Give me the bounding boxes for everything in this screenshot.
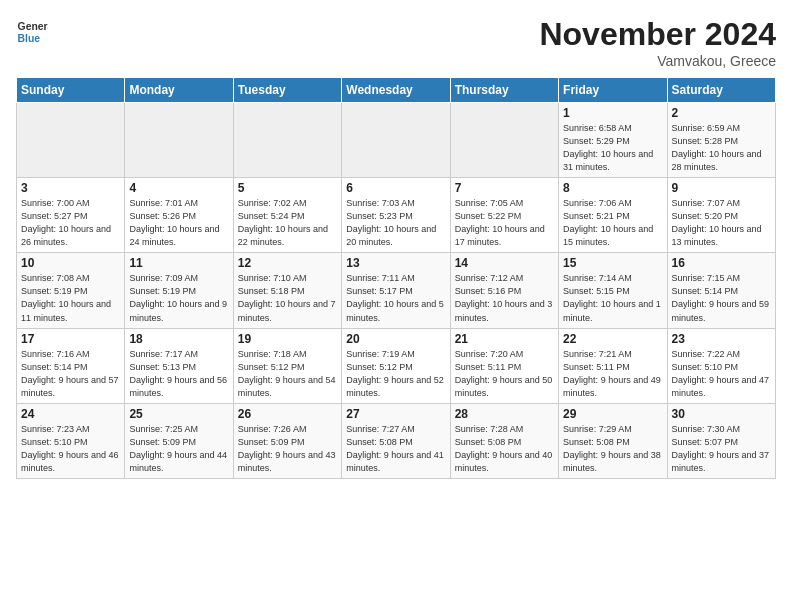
day-number: 23 [672,332,771,346]
day-info: Sunrise: 7:17 AM Sunset: 5:13 PM Dayligh… [129,348,228,400]
calendar-cell: 16Sunrise: 7:15 AM Sunset: 5:14 PM Dayli… [667,253,775,328]
calendar-cell: 29Sunrise: 7:29 AM Sunset: 5:08 PM Dayli… [559,403,667,478]
day-info: Sunrise: 7:25 AM Sunset: 5:09 PM Dayligh… [129,423,228,475]
calendar-cell: 2Sunrise: 6:59 AM Sunset: 5:28 PM Daylig… [667,103,775,178]
day-info: Sunrise: 7:02 AM Sunset: 5:24 PM Dayligh… [238,197,337,249]
day-number: 4 [129,181,228,195]
calendar-cell: 17Sunrise: 7:16 AM Sunset: 5:14 PM Dayli… [17,328,125,403]
calendar-cell: 21Sunrise: 7:20 AM Sunset: 5:11 PM Dayli… [450,328,558,403]
calendar-cell: 6Sunrise: 7:03 AM Sunset: 5:23 PM Daylig… [342,178,450,253]
week-row-2: 3Sunrise: 7:00 AM Sunset: 5:27 PM Daylig… [17,178,776,253]
day-number: 10 [21,256,120,270]
svg-text:Blue: Blue [18,33,41,44]
day-number: 15 [563,256,662,270]
weekday-wednesday: Wednesday [342,78,450,103]
calendar-cell: 7Sunrise: 7:05 AM Sunset: 5:22 PM Daylig… [450,178,558,253]
day-number: 30 [672,407,771,421]
calendar-cell: 26Sunrise: 7:26 AM Sunset: 5:09 PM Dayli… [233,403,341,478]
week-row-5: 24Sunrise: 7:23 AM Sunset: 5:10 PM Dayli… [17,403,776,478]
day-info: Sunrise: 7:27 AM Sunset: 5:08 PM Dayligh… [346,423,445,475]
calendar-cell: 23Sunrise: 7:22 AM Sunset: 5:10 PM Dayli… [667,328,775,403]
day-info: Sunrise: 7:01 AM Sunset: 5:26 PM Dayligh… [129,197,228,249]
day-number: 28 [455,407,554,421]
calendar-cell [233,103,341,178]
day-number: 29 [563,407,662,421]
day-number: 20 [346,332,445,346]
day-info: Sunrise: 6:58 AM Sunset: 5:29 PM Dayligh… [563,122,662,174]
weekday-monday: Monday [125,78,233,103]
title-block: November 2024 Vamvakou, Greece [539,16,776,69]
calendar-cell: 14Sunrise: 7:12 AM Sunset: 5:16 PM Dayli… [450,253,558,328]
day-number: 19 [238,332,337,346]
day-number: 14 [455,256,554,270]
day-info: Sunrise: 7:05 AM Sunset: 5:22 PM Dayligh… [455,197,554,249]
week-row-1: 1Sunrise: 6:58 AM Sunset: 5:29 PM Daylig… [17,103,776,178]
day-info: Sunrise: 7:19 AM Sunset: 5:12 PM Dayligh… [346,348,445,400]
weekday-tuesday: Tuesday [233,78,341,103]
calendar-cell: 13Sunrise: 7:11 AM Sunset: 5:17 PM Dayli… [342,253,450,328]
day-info: Sunrise: 7:06 AM Sunset: 5:21 PM Dayligh… [563,197,662,249]
weekday-sunday: Sunday [17,78,125,103]
day-info: Sunrise: 7:20 AM Sunset: 5:11 PM Dayligh… [455,348,554,400]
day-number: 1 [563,106,662,120]
calendar-cell: 28Sunrise: 7:28 AM Sunset: 5:08 PM Dayli… [450,403,558,478]
day-number: 11 [129,256,228,270]
calendar-cell: 11Sunrise: 7:09 AM Sunset: 5:19 PM Dayli… [125,253,233,328]
logo: General Blue [16,16,52,48]
calendar-cell: 19Sunrise: 7:18 AM Sunset: 5:12 PM Dayli… [233,328,341,403]
day-number: 13 [346,256,445,270]
weekday-friday: Friday [559,78,667,103]
day-number: 21 [455,332,554,346]
calendar-body: 1Sunrise: 6:58 AM Sunset: 5:29 PM Daylig… [17,103,776,479]
calendar-cell [125,103,233,178]
day-number: 5 [238,181,337,195]
day-info: Sunrise: 7:07 AM Sunset: 5:20 PM Dayligh… [672,197,771,249]
day-info: Sunrise: 7:03 AM Sunset: 5:23 PM Dayligh… [346,197,445,249]
calendar-cell [450,103,558,178]
week-row-3: 10Sunrise: 7:08 AM Sunset: 5:19 PM Dayli… [17,253,776,328]
svg-text:General: General [18,21,48,32]
calendar-cell: 3Sunrise: 7:00 AM Sunset: 5:27 PM Daylig… [17,178,125,253]
day-number: 9 [672,181,771,195]
calendar-cell: 24Sunrise: 7:23 AM Sunset: 5:10 PM Dayli… [17,403,125,478]
day-number: 6 [346,181,445,195]
day-info: Sunrise: 7:21 AM Sunset: 5:11 PM Dayligh… [563,348,662,400]
month-title: November 2024 [539,16,776,53]
day-number: 24 [21,407,120,421]
calendar-cell: 5Sunrise: 7:02 AM Sunset: 5:24 PM Daylig… [233,178,341,253]
day-number: 16 [672,256,771,270]
location: Vamvakou, Greece [539,53,776,69]
day-number: 2 [672,106,771,120]
calendar-cell: 12Sunrise: 7:10 AM Sunset: 5:18 PM Dayli… [233,253,341,328]
weekday-thursday: Thursday [450,78,558,103]
day-info: Sunrise: 7:15 AM Sunset: 5:14 PM Dayligh… [672,272,771,324]
day-info: Sunrise: 7:30 AM Sunset: 5:07 PM Dayligh… [672,423,771,475]
page-header: General Blue November 2024 Vamvakou, Gre… [16,16,776,69]
calendar-cell: 22Sunrise: 7:21 AM Sunset: 5:11 PM Dayli… [559,328,667,403]
weekday-saturday: Saturday [667,78,775,103]
calendar-cell: 18Sunrise: 7:17 AM Sunset: 5:13 PM Dayli… [125,328,233,403]
day-info: Sunrise: 7:29 AM Sunset: 5:08 PM Dayligh… [563,423,662,475]
day-number: 27 [346,407,445,421]
calendar-cell: 9Sunrise: 7:07 AM Sunset: 5:20 PM Daylig… [667,178,775,253]
day-info: Sunrise: 7:10 AM Sunset: 5:18 PM Dayligh… [238,272,337,324]
day-info: Sunrise: 7:26 AM Sunset: 5:09 PM Dayligh… [238,423,337,475]
calendar-cell: 27Sunrise: 7:27 AM Sunset: 5:08 PM Dayli… [342,403,450,478]
calendar-cell: 8Sunrise: 7:06 AM Sunset: 5:21 PM Daylig… [559,178,667,253]
calendar-cell: 20Sunrise: 7:19 AM Sunset: 5:12 PM Dayli… [342,328,450,403]
day-info: Sunrise: 7:23 AM Sunset: 5:10 PM Dayligh… [21,423,120,475]
calendar-table: SundayMondayTuesdayWednesdayThursdayFrid… [16,77,776,479]
day-number: 3 [21,181,120,195]
day-number: 25 [129,407,228,421]
day-info: Sunrise: 7:28 AM Sunset: 5:08 PM Dayligh… [455,423,554,475]
day-info: Sunrise: 7:18 AM Sunset: 5:12 PM Dayligh… [238,348,337,400]
calendar-cell [342,103,450,178]
calendar-cell [17,103,125,178]
calendar-cell: 10Sunrise: 7:08 AM Sunset: 5:19 PM Dayli… [17,253,125,328]
day-info: Sunrise: 7:14 AM Sunset: 5:15 PM Dayligh… [563,272,662,324]
calendar-cell: 30Sunrise: 7:30 AM Sunset: 5:07 PM Dayli… [667,403,775,478]
day-number: 18 [129,332,228,346]
day-number: 8 [563,181,662,195]
calendar-cell: 4Sunrise: 7:01 AM Sunset: 5:26 PM Daylig… [125,178,233,253]
calendar-cell: 1Sunrise: 6:58 AM Sunset: 5:29 PM Daylig… [559,103,667,178]
